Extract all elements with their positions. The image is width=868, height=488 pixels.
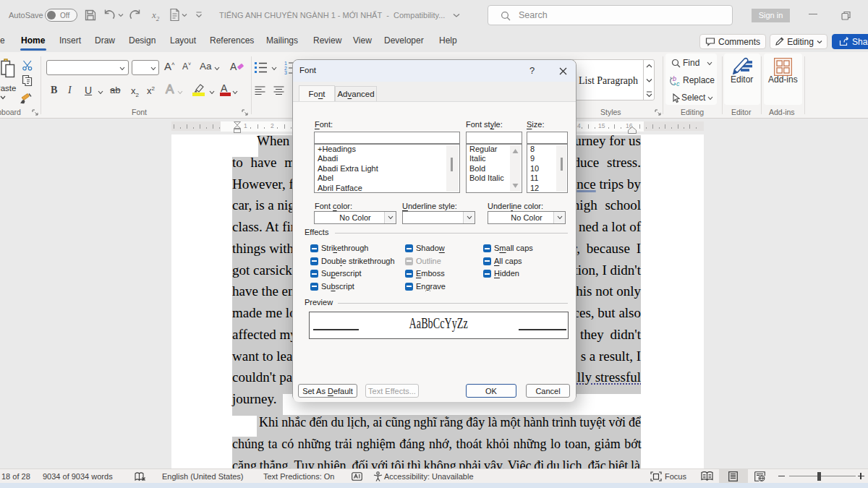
svg-text:1: 1 [284,61,287,66]
svg-text:c: c [676,80,680,87]
svg-text:3: 3 [284,70,287,74]
